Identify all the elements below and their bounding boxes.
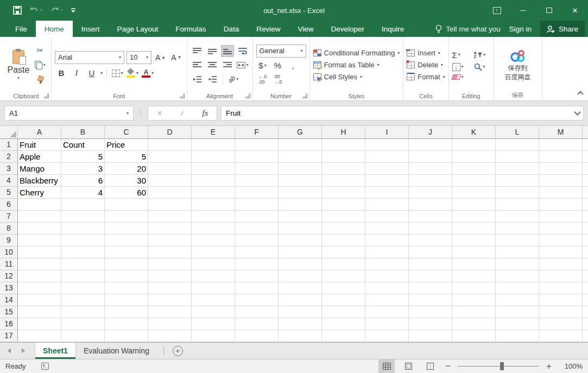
- tell-me-box[interactable]: Tell me what you: [435, 24, 501, 34]
- cell-K16[interactable]: [452, 318, 496, 330]
- cell-J13[interactable]: [409, 282, 452, 294]
- clipboard-dialog-launcher[interactable]: [44, 93, 49, 98]
- cell-C7[interactable]: [105, 211, 148, 223]
- redo-button[interactable]: [48, 3, 65, 17]
- cell-K17[interactable]: [452, 330, 496, 342]
- cell-A1[interactable]: Fruit: [18, 139, 61, 151]
- cell-I17[interactable]: [365, 330, 409, 342]
- normal-view-button[interactable]: [378, 359, 395, 373]
- font-family-combobox[interactable]: Arial: [55, 51, 124, 64]
- cell-F15[interactable]: [235, 306, 279, 318]
- cell-I5[interactable]: [365, 187, 409, 199]
- tab-file[interactable]: File: [7, 21, 36, 37]
- cell-G8[interactable]: [279, 223, 322, 235]
- cell-C11[interactable]: [105, 258, 148, 270]
- decrease-decimal-button[interactable]: .00 →.0: [271, 74, 284, 86]
- cell-overflow-2[interactable]: [583, 151, 588, 163]
- cell-L9[interactable]: [496, 235, 539, 246]
- cell-overflow-9[interactable]: [583, 235, 588, 246]
- cell-overflow-1[interactable]: [583, 139, 588, 151]
- zoom-in-button[interactable]: +: [545, 361, 553, 372]
- cell-G7[interactable]: [279, 211, 322, 223]
- cell-L12[interactable]: [496, 270, 539, 282]
- cell-H8[interactable]: [322, 223, 365, 235]
- column-header-overflow[interactable]: [583, 126, 588, 138]
- cell-I11[interactable]: [365, 258, 409, 270]
- cell-B17[interactable]: [61, 330, 105, 342]
- autosum-dropdown-icon[interactable]: [458, 53, 460, 57]
- customize-qat-button[interactable]: [68, 3, 78, 17]
- cell-J7[interactable]: [409, 211, 452, 223]
- cancel-button[interactable]: ✕: [148, 109, 171, 117]
- cell-overflow-11[interactable]: [583, 258, 588, 270]
- cell-F9[interactable]: [235, 235, 279, 246]
- tab-formulas[interactable]: Formulas: [167, 21, 214, 37]
- column-header-C[interactable]: C: [105, 126, 148, 138]
- enter-button[interactable]: ✓: [171, 109, 194, 117]
- cell-A16[interactable]: [18, 318, 61, 330]
- column-header-L[interactable]: L: [496, 126, 539, 138]
- number-format-dropdown-icon[interactable]: [301, 49, 303, 53]
- increase-indent-button[interactable]: [206, 73, 219, 85]
- cell-M16[interactable]: [539, 318, 583, 330]
- cell-J3[interactable]: [409, 163, 452, 175]
- cell-C12[interactable]: [105, 270, 148, 282]
- cell-M13[interactable]: [539, 282, 583, 294]
- underline-dropdown-icon[interactable]: [100, 71, 103, 75]
- cell-D5[interactable]: [148, 187, 192, 199]
- orientation-button[interactable]: ab: [227, 73, 240, 85]
- increase-decimal-button[interactable]: ←.0 .00: [256, 74, 269, 86]
- cell-A13[interactable]: [18, 282, 61, 294]
- cell-K2[interactable]: [452, 151, 496, 163]
- align-bottom-button[interactable]: [221, 45, 234, 57]
- number-format-combobox[interactable]: General: [256, 45, 306, 58]
- cell-C6[interactable]: [105, 199, 148, 211]
- cell-C17[interactable]: [105, 330, 148, 342]
- cell-K7[interactable]: [452, 211, 496, 223]
- cell-G2[interactable]: [279, 151, 322, 163]
- tab-review[interactable]: Review: [248, 21, 289, 37]
- cell-G9[interactable]: [279, 235, 322, 246]
- close-button[interactable]: ✕: [562, 0, 588, 21]
- tab-inquire[interactable]: Inquire: [373, 21, 413, 37]
- row-header-16[interactable]: 16: [0, 318, 18, 330]
- cell-B6[interactable]: [61, 199, 105, 211]
- cell-G1[interactable]: [279, 139, 322, 151]
- cell-A5[interactable]: Cherry: [18, 187, 61, 199]
- cell-F1[interactable]: [235, 139, 279, 151]
- format-painter-button[interactable]: [34, 74, 47, 86]
- cell-E3[interactable]: [192, 163, 235, 175]
- cell-M4[interactable]: [539, 175, 583, 187]
- cell-F6[interactable]: [235, 199, 279, 211]
- cell-I9[interactable]: [365, 235, 409, 246]
- cell-A8[interactable]: [18, 223, 61, 235]
- cell-overflow-5[interactable]: [583, 187, 588, 199]
- row-header-8[interactable]: 8: [0, 223, 18, 235]
- paste-button[interactable]: Paste: [4, 39, 33, 91]
- cell-F11[interactable]: [235, 258, 279, 270]
- cell-M8[interactable]: [539, 223, 583, 235]
- cell-F3[interactable]: [235, 163, 279, 175]
- cell-B15[interactable]: [61, 306, 105, 318]
- cell-H2[interactable]: [322, 151, 365, 163]
- align-top-button[interactable]: [191, 45, 204, 57]
- zoom-out-button[interactable]: −: [444, 361, 452, 372]
- sort-filter-button[interactable]: AZ: [474, 51, 490, 59]
- cell-A6[interactable]: [18, 199, 61, 211]
- cell-J9[interactable]: [409, 235, 452, 246]
- cell-K8[interactable]: [452, 223, 496, 235]
- cell-E1[interactable]: [192, 139, 235, 151]
- share-button[interactable]: Share: [540, 21, 585, 37]
- font-size-combobox[interactable]: 10: [127, 51, 151, 64]
- cell-styles-dropdown-icon[interactable]: [360, 75, 362, 79]
- new-sheet-button[interactable]: +: [173, 346, 183, 356]
- row-header-10[interactable]: 10: [0, 246, 18, 258]
- align-left-button[interactable]: [191, 59, 204, 71]
- select-all-button[interactable]: [0, 126, 18, 138]
- page-layout-view-button[interactable]: [400, 359, 416, 373]
- row-header-1[interactable]: 1: [0, 139, 18, 151]
- cell-L2[interactable]: [496, 151, 539, 163]
- row-header-3[interactable]: 3: [0, 163, 18, 175]
- cell-A11[interactable]: [18, 258, 61, 270]
- cell-overflow-7[interactable]: [583, 211, 588, 223]
